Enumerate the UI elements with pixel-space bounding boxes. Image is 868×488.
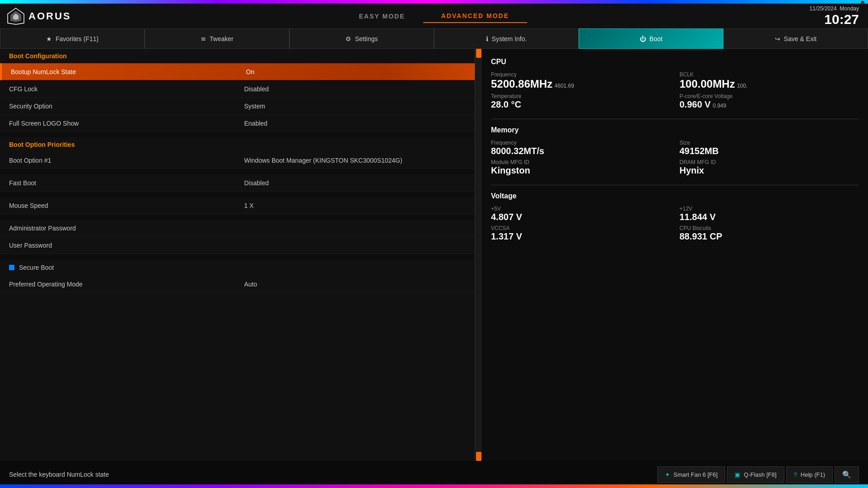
flash-icon: ▣ — [735, 471, 740, 478]
info-icon: ℹ — [486, 35, 488, 42]
aorus-logo-icon — [7, 7, 25, 25]
vccsa-label: VCCSA — [491, 225, 670, 231]
full-screen-logo-row[interactable]: Full Screen LOGO Show Enabled — [0, 115, 479, 132]
bootup-numlock-row[interactable]: Bootup NumLock State On — [0, 63, 479, 80]
secure-boot-label: Secure Boot — [19, 264, 54, 271]
module-mfg-label: Module MFG ID — [491, 159, 670, 165]
bootup-numlock-value: On — [246, 68, 255, 75]
boot-option-1-value: Windows Boot Manager (KINGSTON SKC3000S1… — [244, 157, 402, 164]
help-icon: ? — [794, 471, 797, 478]
spacer-3 — [0, 192, 479, 197]
voltage-title: Voltage — [491, 192, 859, 200]
tab-save-exit-label: Save & Exit — [784, 35, 816, 42]
admin-password-row[interactable]: Administrator Password — [0, 220, 479, 237]
logo-text: AORUS — [28, 10, 71, 22]
preferred-operating-mode-row[interactable]: Preferred Operating Mode Auto — [0, 276, 479, 293]
nav-tabs: ★ Favorites (F11) ≋ Tweaker ⚙ Settings ℹ… — [0, 28, 868, 49]
security-option-label: Security Option — [9, 103, 244, 110]
tab-tweaker-label: Tweaker — [210, 35, 234, 42]
cfg-lock-row[interactable]: CFG Lock Disabled — [0, 80, 479, 98]
spacer-2 — [0, 169, 479, 174]
header: AORUS EASY MODE ADVANCED MODE 11/25/2024… — [0, 4, 868, 28]
tab-system-info-label: System Info. — [492, 35, 527, 42]
cpu-temp-value: 28.0 °C — [491, 99, 670, 110]
cpu-title: CPU — [491, 58, 859, 66]
preferred-operating-mode-value: Auto — [244, 281, 257, 288]
user-password-row[interactable]: User Password — [0, 237, 479, 254]
right-panel: CPU Frequency 5200.86MHz 4601.69 BCLK 10… — [482, 49, 868, 461]
cpu-voltage-number: 0.960 V — [679, 99, 711, 109]
mode-buttons: EASY MODE ADVANCED MODE — [341, 9, 527, 23]
cpu-section: CPU Frequency 5200.86MHz 4601.69 BCLK 10… — [491, 58, 859, 110]
boot-option-1-label: Boot Option #1 — [9, 157, 244, 164]
security-option-row[interactable]: Security Option System — [0, 98, 479, 115]
smart-fan-button[interactable]: ✦ Smart Fan 6 [F6] — [657, 466, 726, 483]
cfg-lock-value: Disabled — [244, 85, 269, 93]
help-label: Help (F1) — [801, 471, 825, 478]
smart-fan-label: Smart Fan 6 [F6] — [674, 471, 718, 478]
time-display: 10:27 — [810, 12, 859, 27]
tab-favorites-label: Favorites (F11) — [56, 35, 99, 42]
full-screen-logo-value: Enabled — [244, 120, 267, 127]
spacer-4 — [0, 214, 479, 220]
memory-section: Memory Frequency 8000.32MT/s Size 49152M… — [491, 126, 859, 176]
cpu-frequency-number: 5200.86MHz — [491, 78, 552, 90]
qflash-button[interactable]: ▣ Q-Flash [F8] — [727, 466, 784, 483]
cpu-bclk-label: BCLK — [679, 71, 859, 78]
cpu-temp-label: Temperature — [491, 93, 670, 99]
main-content: Boot Configuration Bootup NumLock State … — [0, 49, 479, 461]
tab-save-exit[interactable]: ↪ Save & Exit — [723, 28, 868, 49]
cfg-lock-label: CFG Lock — [9, 85, 244, 93]
dram-mfg-value: Hynix — [679, 165, 859, 176]
preferred-operating-mode-label: Preferred Operating Mode — [9, 281, 244, 288]
search-button[interactable]: 🔍 — [835, 466, 859, 483]
advanced-mode-button[interactable]: ADVANCED MODE — [423, 9, 527, 23]
help-button[interactable]: ? Help (F1) — [786, 466, 833, 483]
user-password-label: User Password — [9, 242, 244, 249]
easy-mode-button[interactable]: EASY MODE — [341, 9, 423, 23]
full-screen-logo-label: Full Screen LOGO Show — [9, 120, 244, 127]
cpu-frequency-value: 5200.86MHz 4601.69 — [491, 78, 670, 90]
cpu-voltage-sub: 0.949 — [712, 103, 726, 109]
mouse-speed-value: 1 X — [244, 202, 254, 209]
memory-size-value: 49152MB — [679, 146, 859, 156]
bottom-decoration-bar — [0, 484, 868, 488]
bootup-numlock-label: Bootup NumLock State — [11, 68, 246, 75]
status-text: Select the keyboard NumLock state — [9, 471, 109, 478]
tab-system-info[interactable]: ℹ System Info. — [434, 28, 579, 49]
tab-boot[interactable]: ⏻ Boot — [579, 28, 723, 49]
scroll-thumb-bottom[interactable] — [476, 452, 481, 461]
cpu-frequency-sub: 4601.69 — [555, 83, 574, 89]
spacer-1 — [0, 132, 479, 137]
cpu-voltage-value: 0.960 V 0.949 — [679, 99, 859, 110]
tab-favorites[interactable]: ★ Favorites (F11) — [0, 28, 145, 49]
search-icon: 🔍 — [842, 470, 851, 479]
date-display: 11/25/2024 Monday — [810, 5, 859, 12]
divider-1 — [491, 119, 859, 119]
cpu-biscuits-label: CPU Biscuits — [679, 225, 859, 231]
security-option-value: System — [244, 103, 265, 110]
scrollbar[interactable] — [475, 49, 482, 461]
fan-icon: ✦ — [665, 471, 670, 478]
tab-settings[interactable]: ⚙ Settings — [289, 28, 434, 49]
vccsa-value: 1.317 V — [491, 231, 670, 242]
fast-boot-value: Disabled — [244, 179, 269, 187]
boot-icon: ⏻ — [640, 35, 646, 42]
boot-configuration-header: Boot Configuration — [0, 49, 479, 63]
mouse-speed-label: Mouse Speed — [9, 202, 244, 209]
secure-boot-row[interactable]: Secure Boot — [0, 259, 479, 276]
secure-boot-indicator — [9, 265, 14, 270]
mouse-speed-row[interactable]: Mouse Speed 1 X — [0, 197, 479, 214]
save-exit-icon: ↪ — [775, 35, 780, 42]
cpu-bclk-value: 100.00MHz 100. — [679, 78, 859, 90]
tab-settings-label: Settings — [355, 35, 378, 42]
scroll-thumb-top[interactable] — [476, 49, 481, 58]
settings-icon: ⚙ — [345, 35, 351, 42]
tab-tweaker[interactable]: ≋ Tweaker — [145, 28, 289, 49]
module-mfg-value: Kingston — [491, 165, 670, 176]
cpu-frequency-label: Frequency — [491, 71, 670, 78]
v5-label: +5V — [491, 206, 670, 212]
fast-boot-label: Fast Boot — [9, 179, 244, 187]
fast-boot-row[interactable]: Fast Boot Disabled — [0, 174, 479, 192]
boot-option-1-row[interactable]: Boot Option #1 Windows Boot Manager (KIN… — [0, 152, 479, 169]
